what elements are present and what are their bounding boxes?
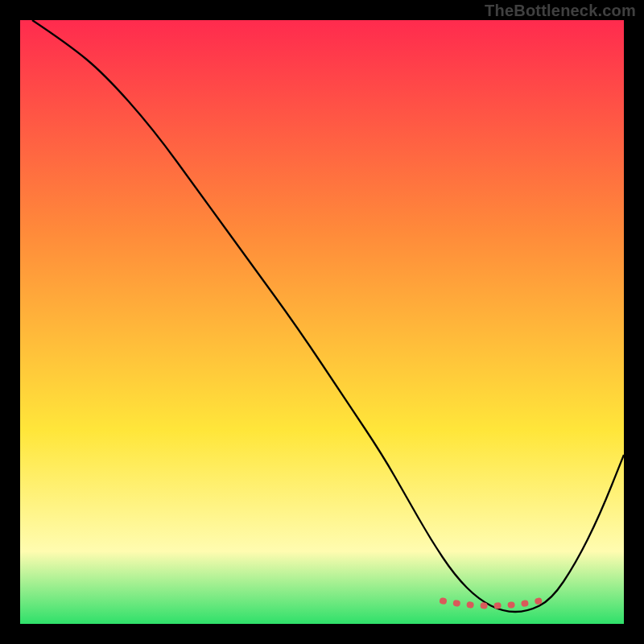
watermark-text: TheBottleneck.com xyxy=(485,2,636,20)
gradient-background xyxy=(20,20,624,624)
bottleneck-chart xyxy=(20,20,624,624)
chart-stage: TheBottleneck.com xyxy=(0,0,644,644)
plot-area xyxy=(20,20,624,624)
